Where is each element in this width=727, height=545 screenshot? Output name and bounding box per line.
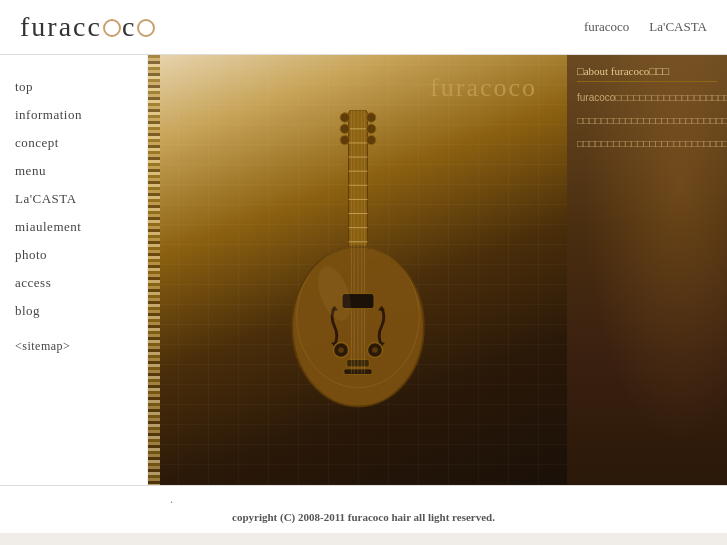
- footer-copyright: copyright (C) 2008-2011 furacoco hair al…: [20, 507, 707, 527]
- about-text-2: □□□□□□□□□□□□□□□□□□□□□□□□□□□□□□□□□□□□□□□□…: [577, 113, 717, 128]
- footer-dot: .: [20, 492, 707, 507]
- about-text-1: furacoco□□□□□□□□□□□□□□□□□□□□□□□□□□□□□□□□…: [577, 90, 717, 105]
- svg-point-14: [366, 124, 375, 133]
- nav-sitemap[interactable]: <sitemap>: [15, 333, 132, 360]
- svg-point-10: [340, 113, 349, 122]
- about-text-3: □□□□□□□□□□□□□□□□□□□□□□□□□□□□□□□□□□□□□□□□…: [577, 136, 717, 151]
- right-sidebar: □about furacoco□□□ furacoco□□□□□□□□□□□□□…: [567, 55, 727, 485]
- svg-point-32: [338, 347, 344, 353]
- sidebar: top information concept menu La'CASTA mi…: [0, 55, 148, 485]
- guitar-image: [248, 110, 468, 430]
- nav-blog[interactable]: blog: [15, 297, 132, 325]
- svg-point-15: [366, 135, 375, 144]
- right-content: □about furacoco□□□ furacoco□□□□□□□□□□□□□…: [577, 65, 717, 151]
- svg-point-11: [340, 124, 349, 133]
- header-nav-lacasta[interactable]: La'CASTA: [649, 19, 707, 35]
- center-content: furacoco: [148, 55, 567, 485]
- main-wrapper: top information concept menu La'CASTA mi…: [0, 55, 727, 485]
- nav-information[interactable]: information: [15, 101, 132, 129]
- nav-concept[interactable]: concept: [15, 129, 132, 157]
- nav-access[interactable]: access: [15, 269, 132, 297]
- nav-menu[interactable]: menu: [15, 157, 132, 185]
- nav-photo[interactable]: photo: [15, 241, 132, 269]
- logo-circle-icon: [103, 19, 121, 37]
- guitar-container: [148, 55, 567, 485]
- nav-lacasta[interactable]: La'CASTA: [15, 185, 132, 213]
- logo-circle-icon2: [137, 19, 155, 37]
- spine-decoration: [148, 55, 160, 485]
- header-nav-furacoco[interactable]: furacoco: [584, 19, 629, 35]
- nav-miaulement[interactable]: miaulement: [15, 213, 132, 241]
- svg-point-13: [366, 113, 375, 122]
- svg-point-33: [372, 347, 378, 353]
- header-nav: furacoco La'CASTA: [584, 19, 707, 35]
- nav-top[interactable]: top: [15, 73, 132, 101]
- logo[interactable]: furaccc: [20, 11, 156, 43]
- about-title: □about furacoco□□□: [577, 65, 717, 82]
- header: furaccc furacoco La'CASTA: [0, 0, 727, 55]
- footer: . copyright (C) 2008-2011 furacoco hair …: [0, 485, 727, 533]
- svg-point-12: [340, 135, 349, 144]
